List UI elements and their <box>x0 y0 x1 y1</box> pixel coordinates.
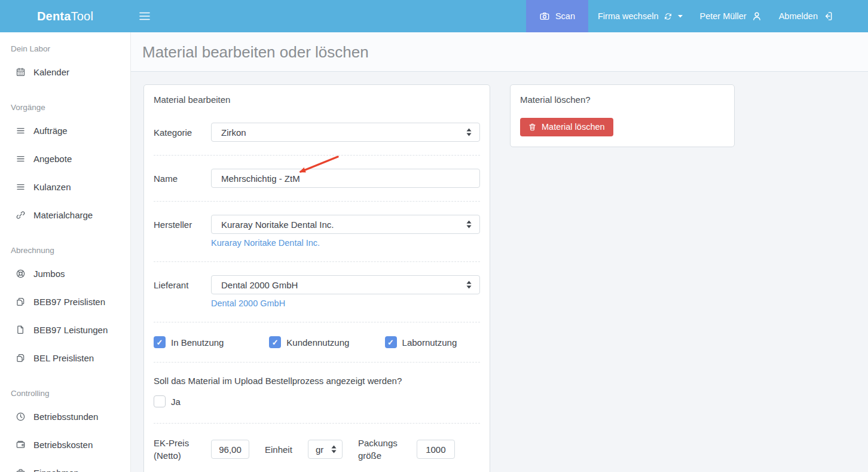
checkbox-in-benutzung[interactable]: In Benutzung <box>154 336 269 348</box>
sidebar-item-label: Einnahmen <box>33 467 79 472</box>
sidebar-item-betriebskosten[interactable]: Betriebskosten <box>0 431 130 459</box>
pages-icon <box>16 353 26 363</box>
sidebar-item-label: Betriebskosten <box>33 439 93 450</box>
kategorie-value: Zirkon <box>221 127 246 138</box>
lifebuoy-icon <box>16 269 26 279</box>
sidebar-item-auftraege[interactable]: Aufträge <box>0 117 130 145</box>
hersteller-link[interactable]: Kuraray Noritake Dental Inc. <box>211 238 320 248</box>
select-caret-icon <box>331 445 337 453</box>
logout-button[interactable]: Abmelden <box>779 0 833 32</box>
material-edit-card: Material bearbeiten Kategorie Zirkon <box>143 84 490 472</box>
delete-card-title: Material löschen? <box>520 95 725 105</box>
trash-icon <box>528 123 537 132</box>
company-switcher-label: Firma wechseln <box>598 11 659 21</box>
delete-button-label: Material löschen <box>542 122 605 132</box>
edit-card-title: Material bearbeiten <box>154 95 480 105</box>
checkbox-labornutzung[interactable]: Labornutzung <box>385 336 457 348</box>
sidebar-item-label: Betriebsstunden <box>33 411 98 422</box>
main-area: Material bearbeiten oder löschen Materia… <box>131 32 868 472</box>
checkbox-label: In Benutzung <box>171 337 224 348</box>
ek-preis-input[interactable] <box>211 440 249 459</box>
checkbox-checked-icon[interactable] <box>385 336 397 348</box>
list-icon <box>16 126 26 136</box>
logout-label: Abmelden <box>779 11 818 21</box>
page-header: Material bearbeiten oder löschen <box>131 32 868 72</box>
lieferant-select[interactable]: Dental 2000 GmbH <box>211 275 480 294</box>
checkbox-checked-icon[interactable] <box>154 336 166 348</box>
sidebar-item-label: Aufträge <box>33 125 68 136</box>
sidebar-section-dein-labor: Dein Labor <box>0 32 130 58</box>
material-delete-card: Material löschen? Material löschen <box>510 84 735 147</box>
topbar: DentaTool Scan Firma wechseln Peter Müll… <box>0 0 868 32</box>
page-icon <box>16 325 26 335</box>
name-input[interactable] <box>211 169 480 188</box>
hamburger-menu-icon[interactable] <box>139 12 150 20</box>
list-icon <box>16 154 26 164</box>
clock-icon <box>16 412 26 422</box>
divider <box>154 322 480 322</box>
einheit-label: Einheit <box>265 443 292 456</box>
sidebar-item-label: Materialcharge <box>33 209 93 221</box>
calendar-icon <box>16 67 26 77</box>
company-switcher[interactable]: Firma wechseln <box>598 0 683 32</box>
sidebar-item-label: Kulanzen <box>33 181 71 193</box>
material-delete-button[interactable]: Material löschen <box>520 118 613 136</box>
logo-light: Tool <box>71 10 94 23</box>
sidebar-section-abrechnung: Abrechnung <box>0 229 130 260</box>
lieferant-link[interactable]: Dental 2000 GmbH <box>211 299 285 308</box>
scan-button-label: Scan <box>555 11 575 21</box>
link-icon <box>16 210 26 220</box>
select-caret-icon <box>466 220 472 229</box>
list-icon <box>16 182 26 192</box>
checkbox-label: Labornutzung <box>402 337 457 348</box>
checkbox-checked-icon[interactable] <box>269 336 281 348</box>
user-name: Peter Müller <box>700 11 747 21</box>
sidebar-section-controlling: Controlling <box>0 372 130 403</box>
einheit-value: gr <box>316 444 323 455</box>
kategorie-label: Kategorie <box>154 127 211 138</box>
checkbox-label: Ja <box>171 397 181 407</box>
ek-preis-label: EK-Preis (Netto) <box>154 437 197 462</box>
sidebar-item-kalender[interactable]: Kalender <box>0 58 130 86</box>
hersteller-label: Hersteller <box>154 220 211 230</box>
sidebar-item-betriebsstunden[interactable]: Betriebsstunden <box>0 403 130 431</box>
sidebar-item-label: BEB97 Leistungen <box>33 324 108 336</box>
checkbox-label: Kundennutzung <box>286 337 349 348</box>
sidebar-item-materialcharge[interactable]: Materialcharge <box>0 201 130 229</box>
packungsgroesse-input[interactable] <box>417 440 455 459</box>
einheit-select[interactable]: gr <box>308 440 343 459</box>
sidebar-item-kulanzen[interactable]: Kulanzen <box>0 173 130 201</box>
page-title: Material bearbeiten oder löschen <box>142 43 868 61</box>
sync-icon <box>664 12 673 21</box>
user-menu[interactable]: Peter Müller <box>700 0 762 32</box>
sidebar-item-einnahmen[interactable]: Einnahmen <box>0 459 130 472</box>
chevron-down-icon <box>677 14 683 19</box>
sidebar-section-vorgaenge: Vorgänge <box>0 86 130 117</box>
packungsgroesse-label: Packungsgröße <box>358 437 402 462</box>
sidebar: Dein Labor Kalender Vorgänge Aufträge An… <box>0 32 131 472</box>
sidebar-item-angebote[interactable]: Angebote <box>0 145 130 173</box>
scan-button[interactable]: Scan <box>526 0 588 32</box>
checkbox-kundennutzung[interactable]: Kundennutzung <box>269 336 384 348</box>
sidebar-item-label: BEL Preislisten <box>33 352 94 364</box>
camera-icon <box>539 11 550 22</box>
hersteller-select[interactable]: Kuraray Noritake Dental Inc. <box>211 215 480 234</box>
sidebar-item-beb97-leistungen[interactable]: BEB97 Leistungen <box>0 316 130 344</box>
checkbox-unchecked-icon[interactable] <box>154 395 166 407</box>
app-logo: DentaTool <box>37 10 93 23</box>
briefcase-icon <box>16 468 26 472</box>
sidebar-item-label: Angebote <box>33 153 72 165</box>
brand-zone: DentaTool <box>0 0 130 32</box>
kategorie-select[interactable]: Zirkon <box>211 123 480 142</box>
upload-question: Soll das Material im Upload Bestellproze… <box>154 376 480 386</box>
sidebar-item-bel-preislisten[interactable]: BEL Preislisten <box>0 344 130 372</box>
divider <box>154 423 480 424</box>
hersteller-value: Kuraray Noritake Dental Inc. <box>221 220 334 230</box>
sidebar-item-label: Jumbos <box>33 268 65 279</box>
sidebar-item-beb97-preislisten[interactable]: BEB97 Preislisten <box>0 288 130 316</box>
divider <box>154 155 480 156</box>
checkbox-ja[interactable]: Ja <box>154 395 480 407</box>
sidebar-item-jumbos[interactable]: Jumbos <box>0 260 130 288</box>
logout-icon <box>823 11 833 22</box>
pages-icon <box>16 297 26 307</box>
